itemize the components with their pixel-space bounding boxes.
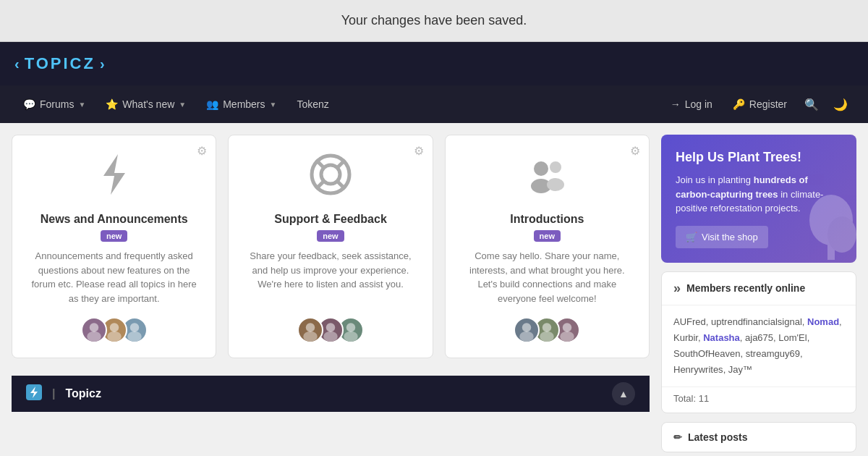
visit-shop-button[interactable]: 🛒 Visit the shop: [676, 226, 768, 248]
total-online-label: Total: 11: [673, 393, 709, 404]
news-gear-icon[interactable]: ⚙: [197, 144, 207, 158]
svg-point-16: [323, 332, 338, 342]
visit-shop-label: Visit the shop: [702, 232, 758, 242]
support-card-desc: Share your feedback, seek assistance, an…: [243, 249, 417, 305]
svg-line-11: [316, 182, 323, 189]
members-online-card: » Members recently online AUFred, uptren…: [661, 271, 856, 413]
intro-avatar-1: [514, 317, 540, 343]
bottom-collapse-button[interactable]: ▲: [612, 382, 635, 405]
plant-trees-desc-start: Join us in planting: [676, 174, 754, 185]
main-navigation: 💬 Forums ▼ ⭐ What's new ▼ 👥 Members ▼ To…: [0, 85, 868, 123]
tokenz-label: Tokenz: [297, 98, 328, 110]
nav-whats-new[interactable]: ⭐ What's new ▼: [97, 93, 195, 116]
news-card-desc: Announcements and frequently asked quest…: [27, 249, 201, 305]
logo-text: TOPICZ: [25, 54, 95, 73]
forums-label: Forums: [40, 98, 74, 110]
bottom-logo-icon: [26, 384, 42, 403]
forums-chevron: ▼: [78, 101, 85, 109]
forums-icon: 💬: [23, 98, 35, 110]
svg-point-18: [344, 332, 358, 342]
member-uptrendfinancialsignal[interactable]: uptrendfinancialsignal: [711, 316, 802, 327]
intro-card-title: Introductions: [510, 213, 584, 226]
bottom-logo: | Topicz: [26, 384, 101, 403]
nav-members[interactable]: 👥 Members ▼: [197, 93, 285, 116]
search-button[interactable]: 🔍: [799, 92, 825, 117]
total-online: Total: 11: [662, 387, 856, 413]
members-icon: 👥: [206, 98, 218, 110]
support-gear-icon[interactable]: ⚙: [414, 144, 424, 158]
support-avatars: [297, 317, 364, 343]
login-label: Log in: [685, 98, 712, 110]
svg-point-4: [107, 332, 122, 342]
news-avatar-1: [81, 317, 107, 343]
whats-new-label: What's new: [122, 98, 174, 110]
latest-posts-title: Latest posts: [688, 431, 747, 443]
nav-login[interactable]: → Log in: [662, 93, 721, 116]
save-message: Your changes have been saved.: [341, 13, 527, 28]
member-southofheaven[interactable]: SouthOfHeaven: [673, 348, 741, 359]
navbar: ‹ TOPICZ ›: [0, 42, 868, 85]
register-icon: 🔑: [733, 98, 745, 110]
members-online-body: AUFred, uptrendfinancialsignal, Nomad, K…: [662, 305, 856, 387]
news-lightning-icon: [96, 153, 132, 204]
svg-point-14: [303, 332, 318, 342]
svg-marker-0: [103, 154, 125, 195]
members-online-header: » Members recently online: [662, 272, 856, 305]
member-natasha[interactable]: Natasha: [703, 332, 740, 343]
support-badge: new: [317, 230, 344, 242]
logo-arrow-left: ‹: [14, 56, 20, 72]
member-streamguy69[interactable]: streamguy69: [746, 348, 800, 359]
svg-point-28: [561, 332, 575, 342]
member-nomad[interactable]: Nomad: [807, 316, 839, 327]
svg-point-8: [321, 165, 340, 184]
svg-point-24: [520, 332, 535, 342]
intro-avatars: [514, 317, 580, 343]
svg-point-27: [563, 323, 571, 332]
intro-gear-icon[interactable]: ⚙: [630, 144, 640, 158]
member-aufred[interactable]: AUFred: [673, 316, 706, 327]
members-label: Members: [223, 98, 265, 110]
svg-point-21: [550, 161, 561, 173]
plant-trees-title: Help Us Plant Trees!: [676, 149, 842, 166]
svg-point-22: [547, 178, 564, 191]
content-area: ⚙ News and Announcements new Announcemen…: [0, 123, 868, 456]
latest-posts-card: ✏ Latest posts: [661, 422, 856, 452]
news-avatars: [81, 317, 148, 343]
nav-register[interactable]: 🔑 Register: [724, 93, 796, 116]
plant-trees-card: Help Us Plant Trees! Join us in planting…: [661, 135, 856, 263]
login-icon: →: [671, 98, 681, 110]
logo-arrow-right: ›: [100, 56, 106, 72]
support-card-title: Support & Feedback: [274, 213, 387, 226]
tree-decoration: [788, 191, 856, 263]
member-henrywrites[interactable]: Henrywrites: [673, 364, 723, 375]
svg-point-19: [534, 161, 548, 176]
member-jay[interactable]: Jay™: [728, 364, 752, 375]
dark-mode-button[interactable]: 🌙: [827, 92, 854, 117]
card-support: ⚙ Support & Feedback new Share your feed…: [228, 135, 433, 358]
chevrons-icon: »: [673, 281, 681, 296]
bottom-logo-text: Topicz: [65, 387, 101, 400]
forum-cards: ⚙ News and Announcements new Announcemen…: [12, 135, 650, 452]
nav-tokenz[interactable]: Tokenz: [288, 93, 337, 116]
nav-forums[interactable]: 💬 Forums ▼: [14, 93, 94, 116]
svg-line-12: [338, 182, 345, 189]
sidebar: Help Us Plant Trees! Join us in planting…: [661, 135, 856, 452]
member-kurbir[interactable]: Kurbir: [673, 332, 698, 343]
intro-card-desc: Come say hello. Share your name, interes…: [460, 249, 634, 305]
bottom-bar: | Topicz ▲: [12, 376, 650, 412]
save-banner: Your changes have been saved.: [0, 0, 868, 42]
register-label: Register: [749, 98, 787, 110]
member-aja675[interactable]: aja675: [745, 332, 773, 343]
shop-cart-icon: 🛒: [686, 232, 697, 242]
svg-point-17: [346, 323, 355, 332]
svg-point-1: [89, 323, 98, 332]
members-online-title: Members recently online: [686, 282, 805, 294]
latest-posts-icon: ✏: [673, 431, 682, 443]
svg-point-26: [540, 332, 555, 342]
member-lomel[interactable]: Lom'El: [778, 332, 807, 343]
members-chevron: ▼: [270, 101, 277, 109]
svg-point-33: [827, 216, 856, 253]
svg-point-15: [326, 323, 335, 332]
site-logo[interactable]: ‹ TOPICZ ›: [14, 54, 106, 73]
whats-new-icon: ⭐: [106, 98, 118, 110]
